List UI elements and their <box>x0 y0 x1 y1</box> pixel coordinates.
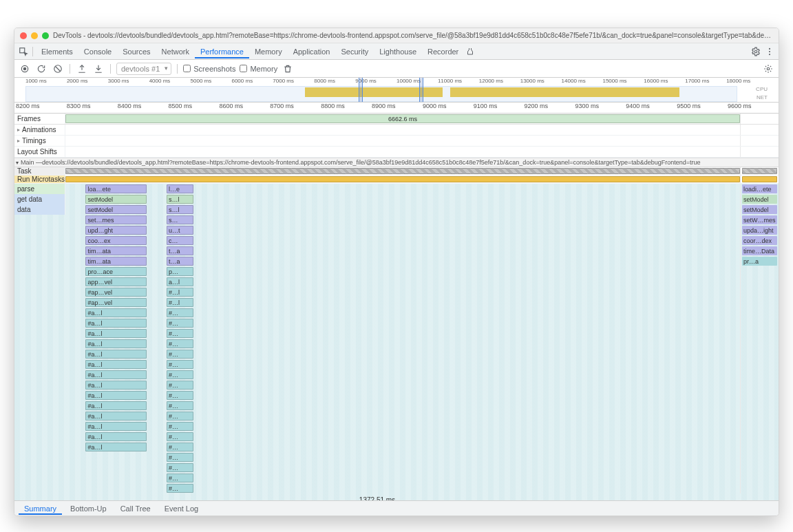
capture-settings-gear-icon[interactable] <box>762 63 774 75</box>
flame-right-lane[interactable] <box>740 349 779 359</box>
flame-lane[interactable]: #a…l#… <box>65 318 740 328</box>
record-icon[interactable] <box>19 63 31 75</box>
flame-frame[interactable]: s…l <box>167 205 193 214</box>
flame-frame[interactable]: #… <box>167 339 193 348</box>
flame-right-lane[interactable] <box>740 266 779 277</box>
flame-frame[interactable]: #… <box>167 391 193 400</box>
close-window-button[interactable] <box>20 32 27 39</box>
flame-lane[interactable]: #a…l#… <box>65 370 740 380</box>
flame-lane[interactable]: #… <box>65 483 740 493</box>
flame-lane[interactable]: set…mess… <box>65 215 740 225</box>
flame-frame[interactable]: #… <box>167 432 193 441</box>
flame-frame[interactable]: #…l <box>167 288 193 297</box>
flame-frame[interactable]: upda…ight <box>742 226 777 235</box>
flame-right-lane[interactable] <box>740 462 779 473</box>
flame-frame[interactable]: s…l <box>167 195 193 204</box>
flame-frame[interactable]: #… <box>167 319 193 328</box>
flame-right-lane[interactable]: time…Data <box>740 246 779 256</box>
detail-ruler[interactable]: 8200 ms8300 ms8400 ms8500 ms8600 ms8700 … <box>14 103 779 114</box>
flame-lane[interactable]: #… <box>65 452 740 462</box>
flame-right-lane[interactable] <box>740 318 779 328</box>
flame-frame[interactable]: #a…l <box>85 350 146 359</box>
flame-lane[interactable]: #… <box>65 462 740 473</box>
flame-right-lane[interactable] <box>740 442 779 452</box>
frame-bar[interactable]: 6662.6 ms <box>65 114 740 123</box>
flame-frame[interactable]: #ap…vel <box>85 288 146 297</box>
flame-frame[interactable]: #… <box>167 422 193 431</box>
flame-frame[interactable]: #a…l <box>85 422 146 431</box>
flame-lane[interactable]: #a…l#… <box>65 359 740 370</box>
flame-right-lane[interactable] <box>740 277 779 287</box>
screenshots-checkbox[interactable]: Screenshots <box>183 65 235 73</box>
flame-right-lane[interactable] <box>740 401 779 411</box>
layout-shifts-track[interactable]: Layout Shifts <box>14 147 779 158</box>
flame-lane[interactable]: #a…l#… <box>65 442 740 452</box>
flame-right-lane[interactable] <box>740 339 779 349</box>
panel-tab-memory[interactable]: Memory <box>249 45 288 58</box>
flame-frame[interactable]: #… <box>167 474 193 482</box>
flame-frame[interactable]: s… <box>167 215 193 224</box>
flame-frame[interactable]: #… <box>167 484 193 493</box>
overview-handle-left[interactable] <box>359 78 363 102</box>
flame-lane[interactable]: coo…exc… <box>65 235 740 246</box>
inspect-element-icon[interactable] <box>17 45 30 58</box>
flame-frame[interactable]: coor…dex <box>742 236 777 245</box>
flame-lane[interactable]: pro…acep… <box>65 266 740 277</box>
flame-frame[interactable]: #a…l <box>85 339 146 348</box>
flame-frame[interactable]: setModel <box>742 195 777 204</box>
flame-frame[interactable]: t…a <box>167 246 193 255</box>
download-icon[interactable] <box>92 63 105 75</box>
flame-lane[interactable]: #a…l#… <box>65 401 740 411</box>
flame-lane[interactable]: #a…l#… <box>65 339 740 349</box>
flame-frame[interactable]: #ap…vel <box>85 298 146 307</box>
panel-tab-application[interactable]: Application <box>288 45 336 58</box>
task-bar[interactable] <box>65 168 740 174</box>
flame-frame[interactable]: set…mes <box>85 215 146 224</box>
panel-tab-lighthouse[interactable]: Lighthouse <box>374 45 422 58</box>
flame-lane[interactable]: setModels…l <box>65 194 740 204</box>
recording-select[interactable]: devtools #1 <box>116 63 171 75</box>
flame-frame[interactable]: pr…a <box>742 257 777 266</box>
panel-tab-elements[interactable]: Elements <box>36 45 78 58</box>
minimize-window-button[interactable] <box>31 32 38 39</box>
flame-frame[interactable]: l…e <box>167 184 193 193</box>
flame-frame[interactable]: u…t <box>167 226 193 235</box>
flame-right-lane[interactable] <box>740 359 779 370</box>
details-tab-event-log[interactable]: Event Log <box>159 502 204 515</box>
flame-frame[interactable]: #… <box>167 308 193 317</box>
flame-lane[interactable]: tim…atat…a <box>65 246 740 256</box>
flame-right-lane[interactable]: setModel <box>740 194 779 204</box>
flame-frame[interactable]: setModel <box>85 205 146 214</box>
flame-frame[interactable]: #a…l <box>85 381 146 390</box>
flame-frame[interactable]: #a…l <box>85 319 146 328</box>
flame-frame[interactable]: #… <box>167 329 193 338</box>
flame-right-lane[interactable] <box>740 452 779 462</box>
flame-right-lane[interactable] <box>740 473 779 483</box>
flame-frame[interactable]: #a…l <box>85 308 146 317</box>
flame-right-lane[interactable]: setW…mes <box>740 215 779 225</box>
flame-frame[interactable]: #a…l <box>85 401 146 410</box>
flame-frame[interactable]: #a…l <box>85 443 146 451</box>
overview-handle-right[interactable] <box>419 78 423 102</box>
gc-trash-icon[interactable] <box>282 63 294 75</box>
flame-right-lane[interactable] <box>740 297 779 308</box>
flame-right-lane[interactable] <box>740 287 779 297</box>
task-bar-right[interactable] <box>742 168 777 174</box>
flame-right-lane[interactable] <box>740 432 779 442</box>
flame-frame[interactable]: coo…ex <box>85 236 146 245</box>
flame-chart[interactable]: parseloa…etel…eloadi…eteget datasetModel… <box>14 184 779 513</box>
kebab-menu-icon[interactable] <box>763 45 776 58</box>
panel-tab-console[interactable]: Console <box>78 45 117 58</box>
flame-frame[interactable]: #…l <box>167 298 193 307</box>
settings-gear-icon[interactable] <box>750 45 762 58</box>
flame-right-lane[interactable]: coor…dex <box>740 235 779 246</box>
flame-frame[interactable]: loadi…ete <box>742 184 777 193</box>
flame-frame[interactable]: tim…ata <box>85 257 146 266</box>
flame-right-lane[interactable]: loadi…ete <box>740 184 779 194</box>
details-tab-call-tree[interactable]: Call Tree <box>115 502 156 515</box>
flame-right-lane[interactable] <box>740 308 779 318</box>
flame-lane[interactable]: #a…l#… <box>65 380 740 390</box>
flame-frame[interactable]: #a…l <box>85 412 146 421</box>
upload-icon[interactable] <box>76 63 88 75</box>
microtasks-row[interactable]: Run Microtasks <box>14 175 779 184</box>
